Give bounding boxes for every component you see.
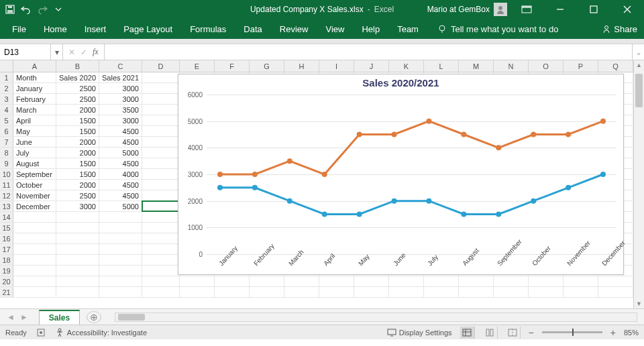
- cell-B9[interactable]: 1500: [56, 158, 99, 168]
- col-header-G[interactable]: G: [250, 60, 284, 72]
- cell-F21[interactable]: [215, 287, 250, 297]
- cell-D19[interactable]: [142, 266, 180, 276]
- cell-D20[interactable]: [142, 276, 180, 286]
- cell-B3[interactable]: 2500: [56, 94, 99, 104]
- cell-D8[interactable]: [142, 148, 180, 158]
- cell-F20[interactable]: [215, 276, 250, 286]
- cell-J21[interactable]: [354, 287, 389, 297]
- zoom-handle[interactable]: [572, 329, 574, 336]
- col-header-E[interactable]: E: [180, 60, 215, 72]
- row-header-4[interactable]: 4: [0, 105, 13, 115]
- page-break-view-icon[interactable]: [506, 327, 521, 339]
- cell-N21[interactable]: [494, 287, 529, 297]
- cell-A2[interactable]: January: [13, 83, 56, 93]
- cell-D14[interactable]: [142, 212, 180, 222]
- cell-B20[interactable]: [56, 276, 99, 286]
- col-header-B[interactable]: B: [56, 60, 99, 72]
- row-header-9[interactable]: 9: [0, 158, 13, 168]
- col-header-C[interactable]: C: [99, 60, 142, 72]
- col-header-K[interactable]: K: [389, 60, 424, 72]
- cell-A19[interactable]: [13, 266, 56, 276]
- cell-C20[interactable]: [99, 276, 142, 286]
- col-header-H[interactable]: H: [284, 60, 319, 72]
- cell-A15[interactable]: [13, 223, 56, 233]
- share-button[interactable]: Share: [602, 24, 637, 34]
- cell-A13[interactable]: December: [13, 201, 56, 211]
- save-icon[interactable]: [4, 3, 16, 15]
- cell-B11[interactable]: 2000: [56, 180, 99, 190]
- cell-C19[interactable]: [99, 266, 142, 276]
- col-header-Q[interactable]: Q: [598, 60, 633, 72]
- cell-A14[interactable]: [13, 212, 56, 222]
- cell-D1[interactable]: [142, 72, 180, 82]
- row-header-18[interactable]: 18: [0, 255, 13, 265]
- cell-I20[interactable]: [319, 276, 354, 286]
- row-header-14[interactable]: 14: [0, 212, 13, 222]
- scroll-up-icon[interactable]: ▲: [634, 62, 644, 68]
- cell-A5[interactable]: April: [13, 115, 56, 125]
- cell-A11[interactable]: October: [13, 180, 56, 190]
- cell-P21[interactable]: [564, 287, 598, 297]
- row-header-13[interactable]: 13: [0, 201, 13, 211]
- cell-D13[interactable]: [142, 201, 180, 211]
- cell-A18[interactable]: [13, 255, 56, 265]
- name-box-input[interactable]: [0, 44, 50, 60]
- scroll-thumb[interactable]: [635, 74, 643, 107]
- col-header-J[interactable]: J: [354, 60, 389, 72]
- row-header-3[interactable]: 3: [0, 94, 13, 104]
- minimize-icon[interactable]: [546, 0, 574, 19]
- cell-B13[interactable]: 3000: [56, 201, 99, 211]
- cell-C1[interactable]: Sales 2021: [99, 72, 142, 82]
- close-icon[interactable]: [613, 0, 641, 19]
- cancel-icon[interactable]: ✕: [68, 48, 75, 57]
- tab-review[interactable]: Review: [274, 21, 314, 37]
- row-header-12[interactable]: 12: [0, 190, 13, 200]
- cell-A4[interactable]: March: [13, 105, 56, 115]
- tab-view[interactable]: View: [320, 21, 350, 37]
- zoom-in-icon[interactable]: +: [610, 327, 616, 338]
- new-sheet-button[interactable]: ⊕: [87, 311, 101, 323]
- sheet-next-icon[interactable]: ►: [20, 312, 28, 322]
- col-header-D[interactable]: D: [142, 60, 180, 72]
- cell-A9[interactable]: August: [13, 158, 56, 168]
- cell-I21[interactable]: [319, 287, 354, 297]
- undo-icon[interactable]: [20, 3, 32, 15]
- tab-page-layout[interactable]: Page Layout: [118, 21, 178, 37]
- col-header-F[interactable]: F: [215, 60, 250, 72]
- cell-B14[interactable]: [56, 212, 99, 222]
- tell-me-search[interactable]: Tell me what you want to do: [437, 24, 558, 34]
- cell-B16[interactable]: [56, 233, 99, 243]
- formula-bar-expand-icon[interactable]: ⌄: [632, 44, 644, 60]
- zoom-slider[interactable]: [542, 331, 602, 333]
- tab-data[interactable]: Data: [238, 21, 267, 37]
- cell-D21[interactable]: [142, 287, 180, 297]
- cell-C15[interactable]: [99, 223, 142, 233]
- cell-D4[interactable]: [142, 105, 180, 115]
- row-header-20[interactable]: 20: [0, 276, 13, 286]
- user-account[interactable]: Mario at GemBox: [427, 3, 507, 16]
- horizontal-scrollbar[interactable]: [115, 312, 637, 322]
- row-header-8[interactable]: 8: [0, 148, 13, 158]
- cell-C5[interactable]: 3000: [99, 115, 142, 125]
- tab-home[interactable]: Home: [38, 21, 72, 37]
- name-box[interactable]: [0, 44, 51, 60]
- tab-insert[interactable]: Insert: [79, 21, 112, 37]
- cell-C11[interactable]: 4500: [99, 180, 142, 190]
- row-header-7[interactable]: 7: [0, 137, 13, 147]
- cell-A8[interactable]: July: [13, 148, 56, 158]
- cell-B4[interactable]: 2000: [56, 105, 99, 115]
- col-header-A[interactable]: A: [13, 60, 56, 72]
- cell-B7[interactable]: 2000: [56, 137, 99, 147]
- row-header-16[interactable]: 16: [0, 233, 13, 243]
- cell-A10[interactable]: September: [13, 169, 56, 179]
- cell-B21[interactable]: [56, 287, 99, 297]
- cell-B2[interactable]: 2500: [56, 83, 99, 93]
- cell-D3[interactable]: [142, 94, 180, 104]
- cell-B10[interactable]: 1500: [56, 169, 99, 179]
- cell-K21[interactable]: [389, 287, 424, 297]
- cell-D10[interactable]: [142, 169, 180, 179]
- row-header-2[interactable]: 2: [0, 83, 13, 93]
- cell-L21[interactable]: [424, 287, 459, 297]
- cell-C2[interactable]: 3000: [99, 83, 142, 93]
- name-box-dropdown-icon[interactable]: ▾: [51, 44, 63, 60]
